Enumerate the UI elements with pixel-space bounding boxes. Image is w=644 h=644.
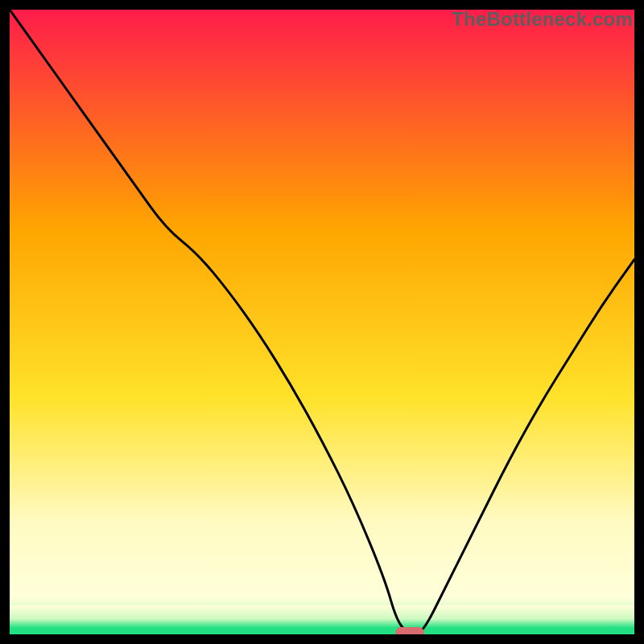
background-gradient — [10, 10, 634, 634]
gradient-mid — [10, 605, 634, 628]
plot-area — [10, 10, 634, 634]
watermark-text: TheBottleneck.com — [452, 8, 633, 31]
chart-frame: TheBottleneck.com — [0, 0, 644, 644]
gradient-baseline — [10, 628, 634, 634]
gradient-top — [10, 10, 634, 634]
optimal-marker — [395, 627, 424, 634]
